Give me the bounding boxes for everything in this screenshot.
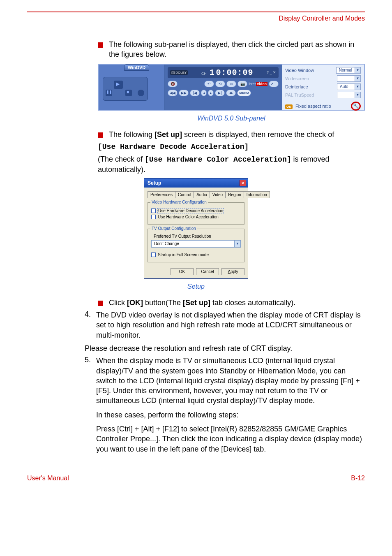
- tab-audio[interactable]: Audio: [194, 191, 210, 198]
- windvd-logo: WinDVD: [124, 64, 149, 71]
- para-hw-color: (The check of [Use Hardware Color Accele…: [98, 154, 365, 175]
- stop-button-icon[interactable]: [125, 90, 132, 96]
- tab-preferences[interactable]: Preferences: [148, 191, 175, 198]
- pal-dropdown: ▼: [337, 92, 361, 98]
- checkbox-fullscreen[interactable]: Startup in Full Screen mode: [151, 253, 241, 257]
- expand-button[interactable]: ↗…: [269, 81, 279, 87]
- next-button[interactable]: ▶|: [215, 90, 225, 96]
- group2-legend: TV Output Configuration: [150, 226, 197, 231]
- intervideo-label: interVideo: [249, 82, 267, 86]
- tab-region[interactable]: Region: [225, 191, 244, 198]
- camera-button[interactable]: 📷: [238, 81, 247, 87]
- page-header: Display Controller and Modes: [27, 15, 365, 22]
- video-window-dropdown[interactable]: Normal▼: [336, 67, 361, 74]
- pause-button-icon[interactable]: [106, 90, 112, 96]
- chevron-down-icon: ▼: [355, 84, 360, 90]
- figure-windvd-subpanel: WinDVD ▯▯ DOLBY CH 1 0:00:09 ? _ ✕: [98, 64, 365, 111]
- chevron-down-icon: ▼: [355, 76, 360, 81]
- cancel-button[interactable]: Cancel: [196, 268, 219, 275]
- window-controls[interactable]: ? _ ✕: [267, 70, 276, 74]
- figure1-caption: WinDVD 5.0 Sub-panel: [98, 115, 365, 122]
- bullet2-text: The following [Set up] screen is display…: [109, 130, 365, 139]
- play-button-icon[interactable]: [114, 81, 123, 89]
- player-controls[interactable]: [103, 77, 148, 101]
- figure2-caption: Setup: [27, 283, 365, 290]
- bullet3-text: Click [OK] button(The [Set up] tab close…: [109, 298, 365, 308]
- loop-button[interactable]: ⟲: [215, 81, 225, 87]
- widescreen-label: Widescreen: [285, 76, 309, 81]
- circled-setup-button[interactable]: 🔧: [351, 102, 361, 111]
- chevron-down-icon: ▼: [355, 67, 360, 73]
- wrench-icon: 🔧: [353, 103, 359, 109]
- tab-video[interactable]: Video: [210, 191, 226, 198]
- checkbox-hw-color[interactable]: Use Hardware Color Acceleration: [151, 215, 241, 219]
- checkbox-icon: [151, 208, 156, 213]
- dialog-tabs[interactable]: Preferences Control Audio Video Region I…: [148, 191, 244, 198]
- group1-legend: Video Hardware Configuration: [150, 200, 208, 204]
- ch-label: CH: [201, 72, 207, 76]
- bullet-icon: [98, 42, 103, 48]
- checkbox-icon: [151, 215, 156, 219]
- pal-label: PAL TruSpeed: [285, 93, 314, 97]
- bullet-icon: [98, 301, 103, 306]
- apply-button[interactable]: Apply: [221, 268, 244, 275]
- close-button[interactable]: ×: [240, 180, 246, 186]
- video-window-label: Video Window: [285, 68, 314, 73]
- chevron-down-icon: ▼: [234, 241, 240, 247]
- item5-p2: In these cases, perform the following st…: [85, 410, 365, 420]
- checkbox-hw-decode[interactable]: Use Hardware Decode Acceleration: [151, 208, 241, 213]
- menu-button[interactable]: MENU: [237, 90, 251, 96]
- bullet1-text: The following sub-panel is displayed, th…: [109, 39, 365, 60]
- dolby-badge: ▯▯ DOLBY: [170, 70, 188, 75]
- eject-button[interactable]: ⏏: [226, 90, 236, 96]
- power-button-icon[interactable]: [138, 90, 144, 96]
- prev-button[interactable]: |◀: [190, 90, 200, 96]
- footer-left: User's Manual: [27, 475, 69, 482]
- repeat-button[interactable]: ↶: [204, 81, 214, 87]
- ffwd-button[interactable]: ▶▶: [179, 90, 189, 96]
- item5-text: When the display mode is TV or simultane…: [96, 356, 365, 405]
- dialog-title: Setup: [148, 180, 161, 186]
- tab-information[interactable]: Information: [244, 191, 270, 198]
- item4-text: The DVD video overlay is not displayed w…: [96, 310, 365, 340]
- widescreen-dropdown: ▼: [337, 75, 361, 82]
- deinterlace-label: Deinterlace: [285, 84, 308, 89]
- tv-resolution-label: Preferred TV Output Resolution: [154, 234, 241, 239]
- chevron-down-icon: ▼: [355, 92, 360, 98]
- step-back-button[interactable]: ◂: [201, 90, 207, 96]
- ch-num: 1: [210, 68, 215, 77]
- ok-button[interactable]: OK: [171, 268, 194, 275]
- code-line-1: [Use Hardware Decode Acceleration]: [98, 142, 365, 152]
- item5-number: 5.: [85, 356, 96, 364]
- footer-right: B-12: [351, 475, 365, 482]
- step-fwd-button[interactable]: ▸: [208, 90, 214, 96]
- figure-setup-dialog: Setup × Preferences Control Audio Video …: [144, 178, 248, 279]
- fixed-aspect-label: ON Fixed aspect ratio: [285, 104, 331, 109]
- rewind-button[interactable]: ◀◀: [168, 90, 178, 96]
- tab-control[interactable]: Control: [175, 191, 194, 198]
- mute-button[interactable]: 🔇: [168, 81, 178, 87]
- bullet-icon: [98, 132, 103, 138]
- item4-number: 4.: [85, 310, 96, 319]
- checkbox-icon: [151, 253, 156, 257]
- item4-para2: Please decrease the resolution and refre…: [85, 343, 365, 353]
- tv-resolution-dropdown[interactable]: Don't Change ▼: [151, 240, 241, 248]
- timecode: 0:00:09: [216, 68, 253, 77]
- zoom-button[interactable]: ▭: [226, 81, 236, 87]
- deinterlace-dropdown[interactable]: Auto▼: [337, 83, 361, 90]
- on-badge: ON: [285, 104, 293, 109]
- item5-p3: Press [Ctrl] + [Alt] + [F12] to select […: [85, 424, 365, 454]
